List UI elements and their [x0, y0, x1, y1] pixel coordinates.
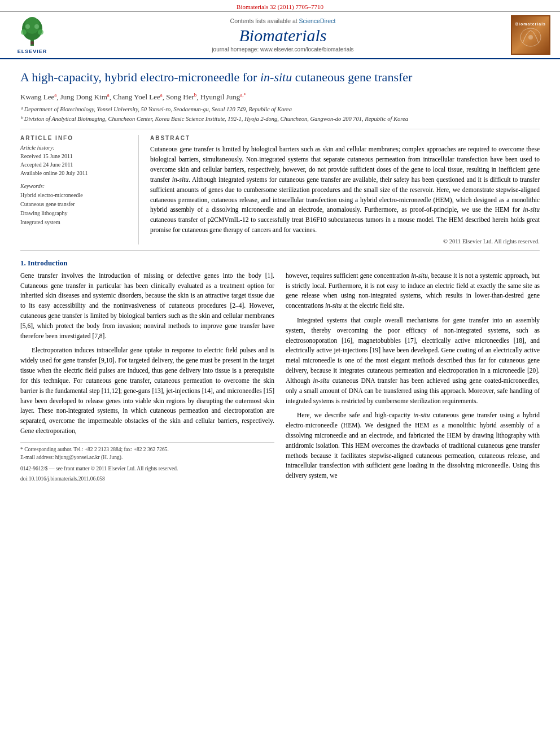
contents-available-text: Contents lists available at: [230, 18, 299, 24]
title-italic: in-situ: [260, 70, 292, 84]
article-info-heading: ARTICLE INFO: [20, 135, 130, 141]
homepage-line: journal homepage: www.elsevier.com/locat…: [58, 46, 508, 53]
journal-banner: ELSEVIER Contents lists available at Sci…: [0, 12, 560, 59]
divider-2: [20, 250, 540, 251]
affiliation-b: ᵇ Division of Analytical Bioimaging, Chu…: [20, 115, 540, 124]
issn-line: 0142-9612/$ — see front matter © 2011 El…: [20, 465, 274, 473]
svg-point-3: [21, 29, 27, 35]
copyright-line: © 2011 Elsevier Ltd. All rights reserved…: [150, 238, 540, 244]
footnote-section: * Corresponding author. Tel.: +82 2 2123…: [20, 442, 274, 483]
doi-line: doi:10.1016/j.biomaterials.2011.06.058: [20, 475, 274, 483]
badge-label: Biomaterials: [515, 22, 546, 26]
article-history: Article history: Received 15 June 2011 A…: [20, 145, 130, 177]
section-title-introduction: 1. Introduction: [20, 259, 540, 268]
section-number: 1.: [20, 259, 26, 267]
corresponding-author-note: * Corresponding author. Tel.: +82 2 2123…: [20, 445, 274, 453]
article-title: A high-capacity, hybrid electro-micronee…: [20, 69, 540, 86]
journal-citation: Biomaterials 32 (2011) 7705–7710: [237, 3, 323, 10]
article-info-column: ARTICLE INFO Article history: Received 1…: [20, 135, 139, 244]
abstract-heading: ABSTRACT: [150, 135, 540, 141]
page-wrapper: Biomaterials 32 (2011) 7705–7710 ELSEVIE…: [0, 0, 560, 747]
journal-title-area: Contents lists available at ScienceDirec…: [58, 18, 508, 53]
accepted-date: Accepted 24 June 2011: [20, 160, 130, 169]
sciencedirect-link[interactable]: ScienceDirect: [299, 18, 336, 24]
elsevier-label: ELSEVIER: [18, 49, 47, 54]
keyword-4: Integrated system: [20, 218, 130, 227]
section-title-label: Introduction: [28, 259, 68, 267]
intro-para-4: Integrated systems that couple overall m…: [286, 316, 540, 406]
title-prefix: A high-capacity, hybrid electro-micronee…: [20, 70, 260, 84]
received-date: Received 15 June 2011: [20, 152, 130, 160]
divider-1: [20, 129, 540, 129]
article-info-abstract: ARTICLE INFO Article history: Received 1…: [20, 135, 540, 244]
journal-citation-header: Biomaterials 32 (2011) 7705–7710: [0, 0, 560, 12]
affiliation-a: ᵃ Department of Biotechnology, Yonsei Un…: [20, 106, 540, 114]
badge-image-icon: [518, 26, 544, 49]
keywords-section: Keywords: Hybrid electro-microneedle Cut…: [20, 183, 130, 227]
main-content: A high-capacity, hybrid electro-micronee…: [0, 59, 560, 492]
body-col-right: however, requires sufficient gene concen…: [286, 271, 540, 486]
authors-line: Kwang Leea, Jung Dong Kima, Chang Yoel L…: [20, 91, 540, 103]
svg-point-9: [528, 35, 533, 40]
body-col-left: Gene transfer involves the introduction …: [20, 271, 274, 486]
svg-point-6: [34, 24, 39, 29]
keyword-2: Cutaneous gene transfer: [20, 200, 130, 209]
svg-point-5: [25, 24, 30, 29]
elsevier-tree-icon: [15, 16, 49, 47]
keyword-3: Drawing lithography: [20, 209, 130, 218]
keyword-1: Hybrid electro-microneedle: [20, 191, 130, 200]
intro-para-5: Here, we describe safe and high-capacity…: [286, 410, 540, 481]
body-two-col: Gene transfer involves the introduction …: [20, 271, 540, 486]
keywords-label: Keywords:: [20, 183, 130, 189]
svg-point-7: [30, 41, 34, 45]
abstract-column: ABSTRACT Cutaneous gene transfer is limi…: [150, 135, 540, 244]
sciencedirect-line: Contents lists available at ScienceDirec…: [58, 18, 508, 24]
badge-box: Biomaterials: [511, 15, 550, 55]
biomaterials-badge: Biomaterials: [508, 15, 553, 55]
intro-para-2: Electroporation induces intracellular ge…: [20, 346, 274, 436]
svg-point-4: [38, 29, 43, 35]
body-content: 1. Introduction Gene transfer involves t…: [20, 259, 540, 486]
online-date: Available online 20 July 2011: [20, 169, 130, 177]
history-label: Article history:: [20, 145, 130, 151]
intro-para-3: however, requires sufficient gene concen…: [286, 271, 540, 311]
title-suffix: cutaneous gene transfer: [292, 70, 412, 84]
elsevier-logo: ELSEVIER: [7, 16, 58, 54]
journal-name-main: Biomaterials: [58, 26, 508, 45]
intro-para-1: Gene transfer involves the introduction …: [20, 271, 274, 342]
email-note: E-mail address: hijung@yonsei.ac.kr (H. …: [20, 453, 274, 461]
abstract-text: Cutaneous gene transfer is limited by bi…: [150, 145, 540, 235]
